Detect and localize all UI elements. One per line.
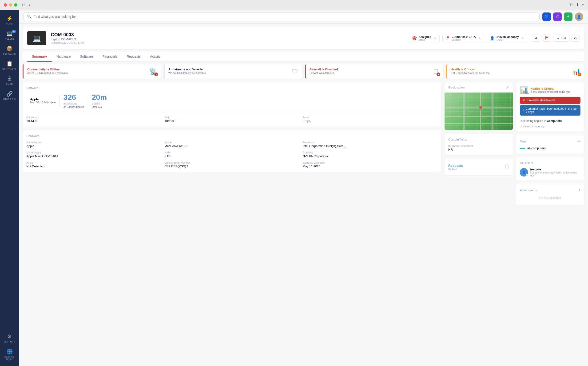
status-chip[interactable]: 🎯 Assigned Status ✏ [409,34,439,43]
hw-processor-val: Intel Corporation Intel(R) Core(... [303,144,438,148]
sidebar-item-service-desk[interactable]: 🌐 SERVICE DESK [1,347,18,362]
sw-installations-stat: 326 Installations 341 apps/updates [64,93,84,108]
firewall-icon: 🗒 ✕ [433,68,439,75]
sidebar-item-settings[interactable]: ⚙ SETTINGS [1,332,18,345]
close-button[interactable] [4,3,7,7]
os-users-title: OS Users [520,161,581,165]
alert-connectivity: Connectivity is Offline Agent 3.5.0 repo… [22,64,161,79]
hw-default-serial-field: Default Serial Number CF2J3FSQCKQ2 [164,161,299,168]
other-cis-icon: 🔗 [6,91,13,97]
hw-warranty-label: Warranty Expiration [303,161,438,164]
search-input[interactable] [34,15,536,19]
tab-activity[interactable]: Activity [145,52,165,62]
hw-graphics-val: NVIDIA Corporation [303,154,438,158]
requests-count: 0 [505,163,509,171]
software-card: Software Apple Mac OS 10.14 Mojave 326 [22,82,441,127]
hw-model-val: MacBookPro10,1 [164,144,299,148]
requests-card: Requests By type 0 [445,159,513,175]
notifications-button[interactable]: 🔵 [542,13,551,21]
owner-edit-icon: ✏ [522,37,524,40]
sidebar-item-contracts[interactable]: 📋 CONTRACTS [1,59,18,72]
sw-serial-field: Serial Empty [303,116,438,123]
assets-icon: 💻 [6,30,13,37]
requests-title: Requests [448,164,463,168]
svg-rect-2 [463,92,465,130]
health-badge: ⚠ [578,72,581,76]
health-alert-red-icon: ✕ [523,99,525,102]
tab-requests[interactable]: Requests [122,52,145,62]
health-text: Health is Critical 2 of 5 conditions are… [530,87,570,93]
attachments-add-icon[interactable]: + [578,188,581,192]
sw-os: Mac OS 10.14 Mojave [30,101,56,104]
location-chip[interactable]: 📍 ...America > LATA Location ✏ [442,34,484,43]
settings-gear-button[interactable]: ⚙ [571,35,580,42]
sidebar-item-other-cis[interactable]: 🔗 OTHER CIs [1,89,18,102]
sidebar-label-cmdb: CMDB [6,83,13,85]
location-label: Location [452,38,476,41]
info-icon[interactable]: ⓘ [569,2,573,7]
search-box: 🔍 [23,12,540,21]
health-warning-icon: ⚠ [526,91,529,94]
tabs-row: Summary Hardware Software Financials Req… [27,52,580,61]
tags-edit-icon[interactable]: ✏ [577,139,581,144]
sw-uptime-val: 20m [92,93,107,102]
health-header: 📊 ⚠ Health is Critical 2 of 5 conditions… [520,86,581,94]
sidebar-label-other-cis: OTHER CIs [3,98,16,100]
sw-uptime-stat: 20m Uptime 20m 17s [92,93,107,108]
sidebar-item-software[interactable]: 📦 SOFTWARE [1,44,18,57]
sw-installations-count: 326 [64,93,84,102]
sw-os-version-field: OS Version 10.14.6 [26,116,161,123]
monitor-button[interactable]: 🖥 [532,35,540,42]
health-rule-text: Rule being applied is [520,119,547,123]
sw-serial-label: Serial [303,116,438,119]
tag-item-all-computers: all-computers [520,146,581,150]
owner-label: Owner [497,38,519,41]
tab-software[interactable]: Software [75,52,98,62]
sidebar-label-service-desk: SERVICE DESK [2,356,17,360]
contracts-icon: 📋 [6,61,13,67]
minimize-button[interactable] [9,3,12,7]
map-title: Geolocation [448,86,464,89]
map-expand-icon[interactable]: ⤢ [506,85,509,90]
tags-button[interactable]: 🏷 [553,13,562,21]
maximize-button[interactable] [14,3,17,7]
health-alert-firewall-text: Firewall is deactivated [527,99,555,102]
sidebar-item-home[interactable]: ⚡ HOME [1,14,18,27]
hw-graphics-field: Graphics NVIDIA Corporation [303,151,438,158]
cmdb-icon: 🗄 [7,76,12,82]
alert-cards: Connectivity is Offline Agent 3.5.0 repo… [22,64,584,79]
edit-button[interactable]: ✏ Edit [553,35,569,42]
plus-icon[interactable]: + [582,2,584,7]
sidebar-item-assets[interactable]: 💻 ASSETS 5 [1,29,18,42]
alert-text-firewall: Firewall is Disabled Firewall was detect… [310,68,430,74]
tab-summary[interactable]: Summary [27,52,52,62]
svg-rect-5 [445,123,513,124]
tags-header: Tags ✏ [520,139,581,144]
custom-field-business-dept: Business Department HR [448,145,509,151]
sw-build-label: Build [164,116,299,119]
add-button[interactable]: + [564,13,573,21]
owner-chip[interactable]: 👤 Steven Mahoney Owner ✏ [487,34,527,43]
flag-button[interactable]: 🚩 [542,35,551,42]
hw-warranty-val: May 11 2020 [303,165,438,168]
alert-title-firewall: Firewall is Disabled [310,68,430,71]
hw-manufacturer-val: Apple [26,144,161,148]
hardware-card: Hardware Manufacturer Apple Model MacBoo… [22,130,441,172]
custom-fields-title: Custom fields [448,138,509,141]
os-user-status-badge [526,174,528,176]
alert-antivirus: Antivirus is not Detected We couldn't de… [164,64,302,79]
sidebar-item-cmdb[interactable]: 🗄 CMDB [1,74,18,87]
tab-financials[interactable]: Financials [98,52,122,62]
status-value: Assigned [419,35,431,38]
hw-audio-val: Not Detected [26,165,161,168]
sw-build-field: Build 18G103 [164,116,299,123]
user-avatar[interactable]: 👤 [575,13,583,21]
sidebar-toggle-icon[interactable]: ⊟ [22,3,25,7]
status-icon: 🎯 [412,36,417,40]
software-section-title: Software [26,86,438,90]
hw-manufacturer-field: Manufacturer Apple [26,141,161,148]
share-icon[interactable]: ⬆ [576,2,579,7]
hardware-section-title: Hardware [26,134,438,138]
tab-hardware[interactable]: Hardware [52,52,75,62]
back-icon[interactable]: ‹ [29,3,30,7]
